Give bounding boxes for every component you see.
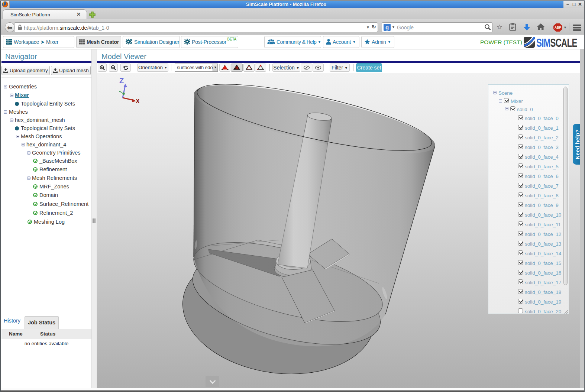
svg-text:Z: Z [119, 77, 124, 85]
svg-text:X: X [136, 98, 140, 104]
